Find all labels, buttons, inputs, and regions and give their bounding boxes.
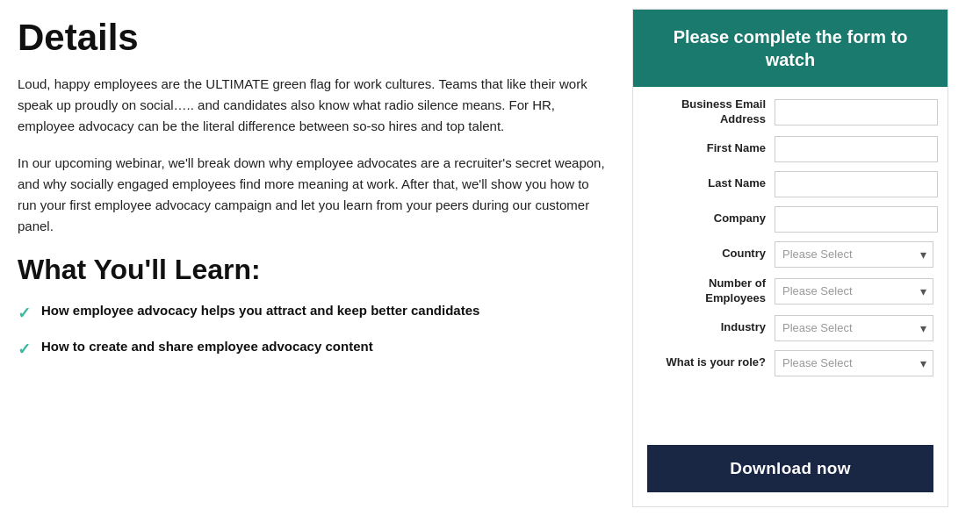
label-country: Country <box>647 247 775 262</box>
description-1: Loud, happy employees are the ULTIMATE g… <box>18 74 606 137</box>
select-wrapper-country: Please Select▾ <box>775 241 933 268</box>
form-header: Please complete the form to watch <box>633 10 948 87</box>
check-icon: ✓ <box>18 340 31 359</box>
label-role: What is your role? <box>647 355 775 370</box>
left-column: Details Loud, happy employees are the UL… <box>0 0 632 516</box>
input-last-name[interactable] <box>775 171 938 197</box>
form-row-country: CountryPlease Select▾ <box>647 241 933 268</box>
form-body: Business Email AddressFirst NameLast Nam… <box>633 87 948 436</box>
label-industry: Industry <box>647 320 775 335</box>
label-num-employees: Number of Employees <box>647 276 775 306</box>
input-first-name[interactable] <box>775 136 938 162</box>
page-title: Details <box>18 18 606 58</box>
select-wrapper-num-employees: Please Select▾ <box>775 278 933 305</box>
learn-list-item: ✓How employee advocacy helps you attract… <box>18 303 606 323</box>
check-icon: ✓ <box>18 304 31 323</box>
select-wrapper-role: Please Select▾ <box>775 350 933 376</box>
select-wrapper-industry: Please Select▾ <box>775 315 933 341</box>
form-row-role: What is your role?Please Select▾ <box>647 350 933 376</box>
input-company[interactable] <box>775 206 938 233</box>
description-2: In our upcoming webinar, we'll break dow… <box>18 153 606 237</box>
label-business-email: Business Email Address <box>647 97 775 127</box>
select-industry[interactable]: Please Select <box>775 315 933 341</box>
form-row-num-employees: Number of EmployeesPlease Select▾ <box>647 276 933 306</box>
select-num-employees[interactable]: Please Select <box>775 278 933 305</box>
form-row-company: Company <box>647 206 933 233</box>
label-last-name: Last Name <box>647 176 775 191</box>
input-business-email[interactable] <box>775 99 938 125</box>
learn-list-item: ✓How to create and share employee advoca… <box>18 339 606 359</box>
form-row-first-name: First Name <box>647 136 933 162</box>
download-button[interactable]: Download now <box>647 445 933 492</box>
learn-list: ✓How employee advocacy helps you attract… <box>18 303 606 359</box>
learn-section-title: What You'll Learn: <box>18 253 606 286</box>
select-role[interactable]: Please Select <box>775 350 933 376</box>
form-row-last-name: Last Name <box>647 171 933 197</box>
select-country[interactable]: Please Select <box>775 241 933 268</box>
label-company: Company <box>647 211 775 226</box>
form-panel: Please complete the form to watch Busine… <box>632 9 948 507</box>
form-row-industry: IndustryPlease Select▾ <box>647 315 933 341</box>
label-first-name: First Name <box>647 141 775 156</box>
form-row-business-email: Business Email Address <box>647 97 933 127</box>
